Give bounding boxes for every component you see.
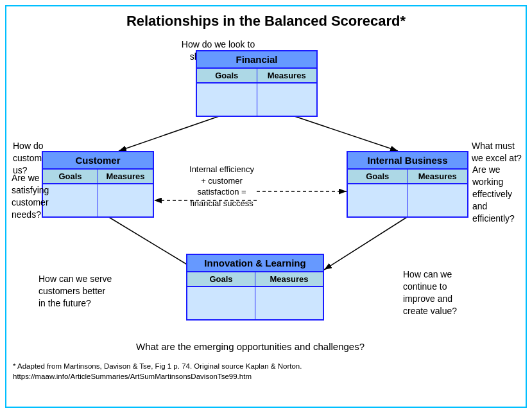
center-line1: Internal efficiency [189, 164, 254, 174]
internal-body-col2 [408, 184, 468, 216]
box-innovation: Innovation & Learning Goals Measures [186, 254, 324, 321]
box-internal: Internal Business Goals Measures [347, 151, 468, 218]
financial-body-col2 [257, 83, 317, 116]
footnote-line2: https://maaw.info/ArticleSummaries/ArtSu… [13, 371, 519, 382]
serve-question: How can we serve customers better in the… [39, 273, 112, 310]
customer-title: Customer [43, 152, 153, 170]
financial-body-col1 [197, 83, 257, 116]
svg-line-3 [289, 114, 398, 151]
internal-col2: Measures [408, 170, 468, 183]
working-question: Are we working effectively and efficient… [472, 164, 525, 224]
continue-question: How can we continue to improve and creat… [403, 268, 474, 317]
excel-question: What must we excel at? [472, 140, 523, 164]
satisfying-question: Are we satisfying customer needs? [12, 172, 68, 221]
innovation-col2: Measures [255, 272, 323, 286]
footnote-line1: * Adapted from Martinsons, Davison & Tse… [13, 361, 519, 371]
center-line2: + customer [201, 176, 243, 186]
financial-title: Financial [197, 51, 316, 69]
svg-line-2 [119, 114, 225, 151]
outer-border: Relationships in the Balanced Scorecard* [5, 5, 527, 408]
center-line4: financial success [190, 198, 253, 208]
svg-line-5 [324, 211, 417, 270]
center-text: Internal efficiency + customer satisfact… [166, 164, 278, 209]
internal-col1: Goals [348, 170, 408, 183]
financial-col2: Measures [257, 69, 317, 82]
innovation-title: Innovation & Learning [187, 255, 323, 272]
innovation-body-col1 [187, 287, 255, 319]
diagram-area: How do we look to shareholders? Financia… [6, 32, 526, 360]
footnote: * Adapted from Martinsons, Davison & Tse… [6, 360, 526, 383]
center-line3: satisfaction = [197, 187, 246, 197]
emerging-question: What are the emerging opportunities and … [64, 340, 436, 353]
financial-col1: Goals [197, 69, 257, 82]
innovation-col1: Goals [187, 272, 255, 286]
svg-line-4 [98, 211, 196, 270]
main-title: Relationships in the Balanced Scorecard* [6, 6, 526, 32]
customer-body-col2 [98, 184, 153, 216]
customer-col2: Measures [98, 170, 153, 183]
box-financial: Financial Goals Measures [196, 50, 318, 117]
internal-body-col1 [348, 184, 408, 216]
innovation-body-col2 [255, 287, 323, 319]
internal-title: Internal Business [348, 152, 467, 170]
